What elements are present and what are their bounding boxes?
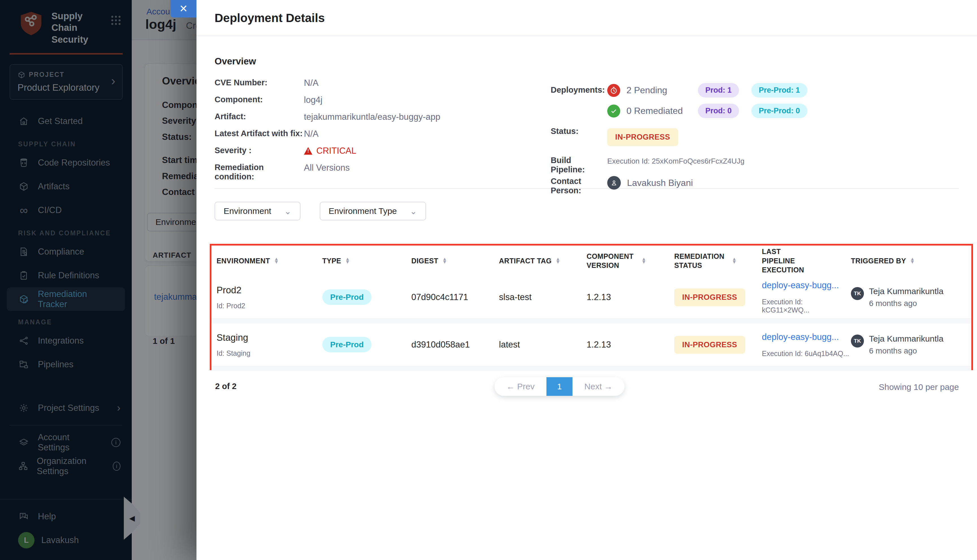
column-artifact-tag: ARTIFACT TAG ▲▼	[499, 256, 586, 266]
environment-name: Prod2	[217, 285, 322, 295]
pipeline-link[interactable]: deploy-easy-bugg...	[762, 280, 851, 290]
sort-icon[interactable]: ▲▼	[910, 258, 915, 263]
overview-heading: Overview	[215, 56, 959, 67]
close-icon: ✕	[179, 3, 188, 15]
cell-remediation-status: IN-PROGRESS	[674, 288, 762, 306]
trigger-meta: Teja Kummarikuntla 6 months ago	[869, 287, 944, 308]
sort-icon[interactable]: ▲▼	[556, 258, 560, 263]
cell-component-version: 1.2.13	[586, 340, 674, 350]
sort-icon[interactable]: ▲▼	[442, 258, 447, 263]
preprod-type-badge: Pre-Prod	[322, 289, 371, 305]
trigger-user: Teja Kummarikuntla	[869, 334, 944, 343]
field-value: All Versions	[304, 163, 350, 173]
cell-digest: 07d90c4c1171	[411, 292, 499, 302]
table-row: Prod2 Id: Prod2 Pre-Prod 07d90c4c1171 sl…	[212, 276, 971, 318]
sort-icon[interactable]: ▲▼	[345, 258, 350, 263]
field-latest-artifact: Latest Artifact with fix: N/A	[215, 129, 526, 139]
prev-button[interactable]: ← Prev	[494, 377, 546, 396]
field-cve-number: CVE Number: N/A	[215, 78, 526, 88]
user-avatar: TK	[851, 335, 864, 348]
contact-person-label: Contact Person:	[551, 174, 596, 195]
column-component-version: COMPONENT VERSION ▲▼	[586, 252, 668, 270]
column-label: TRIGGERED BY	[851, 256, 906, 266]
next-button[interactable]: Next →	[573, 377, 625, 396]
status-value-wrap: IN-PROGRESS	[607, 128, 807, 146]
status-label: Status:	[551, 124, 607, 153]
field-label: Remediation condition:	[215, 163, 304, 182]
column-environment: ENVIRONMENT ▲▼	[217, 256, 322, 266]
status-badge: IN-PROGRESS	[607, 128, 678, 146]
deployments-values: 2 Pending Prod: 1 Pre-Prod: 1 0 Remediat…	[607, 83, 807, 124]
environment-id: Id: Staging	[217, 349, 322, 357]
build-execution-id: Execution Id: 25xKomFoQces6rFcxZ4UJg	[607, 153, 807, 165]
field-label: Severity :	[215, 146, 304, 155]
cell-environment: Prod2 Id: Prod2	[217, 285, 322, 310]
trigger-meta: Teja Kummarikuntla 6 months ago	[869, 334, 944, 355]
preprod-type-badge: Pre-Prod	[322, 337, 371, 352]
cell-digest: d3910d058ae1	[411, 340, 499, 350]
filters-row: Environment ⌄ Environment Type ⌄	[215, 202, 959, 220]
cell-component-version: 1.2.13	[586, 292, 674, 302]
cell-triggered-by: TK Teja Kummarikuntla 6 months ago	[851, 287, 971, 308]
pipeline-link[interactable]: deploy-easy-bugg...	[762, 332, 851, 342]
environment-type-filter[interactable]: Environment Type ⌄	[320, 202, 426, 220]
modal-body: Overview CVE Number: N/A Component: log4…	[197, 56, 977, 220]
column-label: TYPE	[322, 256, 341, 266]
contact-person-value: Lavakush Biyani	[607, 176, 807, 195]
warning-triangle-icon	[304, 147, 312, 155]
chevron-down-icon: ⌄	[284, 206, 291, 216]
execution-id: Execution Id: kCG11×2WQ...	[762, 298, 851, 314]
sort-icon[interactable]: ▲▼	[274, 258, 279, 263]
field-artifact: Artifact: tejakummarikuntla/easy-buggy-a…	[215, 112, 526, 122]
trigger-time: 6 months ago	[869, 347, 944, 355]
sort-icon[interactable]: ▲▼	[641, 258, 646, 263]
sort-icon[interactable]: ▲▼	[732, 258, 737, 263]
environment-filter[interactable]: Environment ⌄	[215, 202, 301, 220]
column-label: LAST PIPELINE EXECUTION	[762, 247, 816, 275]
pending-count: 2 Pending	[626, 85, 687, 95]
column-remediation-status: REMEDIATION STATUS ▲▼	[674, 252, 762, 270]
pagination-row: 2 of 2 ← Prev 1 Next → Showing 10 per pa…	[215, 377, 959, 397]
cell-environment: Staging Id: Staging	[217, 332, 322, 357]
remediated-row: 0 Remediated Prod: 0 Pre-Prod: 0	[607, 104, 807, 118]
cell-triggered-by: TK Teja Kummarikuntla 6 months ago	[851, 334, 971, 355]
column-triggered-by: TRIGGERED BY ▲▼	[851, 256, 971, 266]
deployments-table-highlight: ENVIRONMENT ▲▼ TYPE ▲▼ DIGEST ▲▼ ARTIFAC…	[210, 244, 973, 370]
prod-badge: Prod: 1	[698, 83, 739, 97]
column-label: ARTIFACT TAG	[499, 256, 551, 266]
environment-id: Id: Prod2	[217, 302, 322, 310]
field-value: tejakummarikuntla/easy-buggy-app	[304, 112, 440, 122]
preprod-badge: Pre-Prod: 1	[752, 83, 807, 97]
column-digest: DIGEST ▲▼	[411, 256, 499, 266]
column-type: TYPE ▲▼	[322, 256, 411, 266]
column-label: COMPONENT VERSION	[586, 252, 638, 270]
pagination-summary: 2 of 2	[215, 382, 237, 391]
severity-text: CRITICAL	[316, 146, 356, 156]
filter-label: Environment	[224, 206, 271, 216]
field-value: N/A	[304, 78, 319, 88]
field-value: N/A	[304, 129, 319, 139]
cell-last-pipeline: deploy-easy-bugg... Execution Id: kCG11×…	[762, 280, 851, 314]
per-page-label: Showing 10 per page	[878, 382, 959, 392]
screen: Supply Chain Security PROJECT Product Ex…	[0, 0, 977, 560]
column-label: DIGEST	[411, 256, 438, 266]
contact-avatar-icon	[607, 176, 621, 190]
trigger-user: Teja Kummarikuntla	[869, 287, 944, 296]
cell-type: Pre-Prod	[322, 293, 411, 302]
environment-name: Staging	[217, 332, 322, 343]
trigger-time: 6 months ago	[869, 299, 944, 308]
pending-row: 2 Pending Prod: 1 Pre-Prod: 1	[607, 83, 807, 97]
cell-last-pipeline: deploy-easy-bugg... Execution Id: 6uAq1b…	[762, 332, 851, 358]
modal-title: Deployment Details	[197, 0, 977, 25]
filter-label: Environment Type	[329, 206, 397, 216]
table-header-row: ENVIRONMENT ▲▼ TYPE ▲▼ DIGEST ▲▼ ARTIFAC…	[212, 245, 971, 276]
preprod-badge: Pre-Prod: 0	[752, 104, 807, 118]
field-remediation-condition: Remediation condition: All Versions	[215, 163, 526, 182]
severity-value: CRITICAL	[304, 146, 356, 156]
page-1-button[interactable]: 1	[546, 377, 573, 396]
build-pipeline-label: Build Pipeline:	[551, 153, 607, 174]
modal-close-button[interactable]: ✕	[170, 0, 197, 18]
status-badge: IN-PROGRESS	[674, 288, 745, 306]
prod-badge: Prod: 0	[698, 104, 739, 118]
row-gap	[212, 318, 971, 323]
